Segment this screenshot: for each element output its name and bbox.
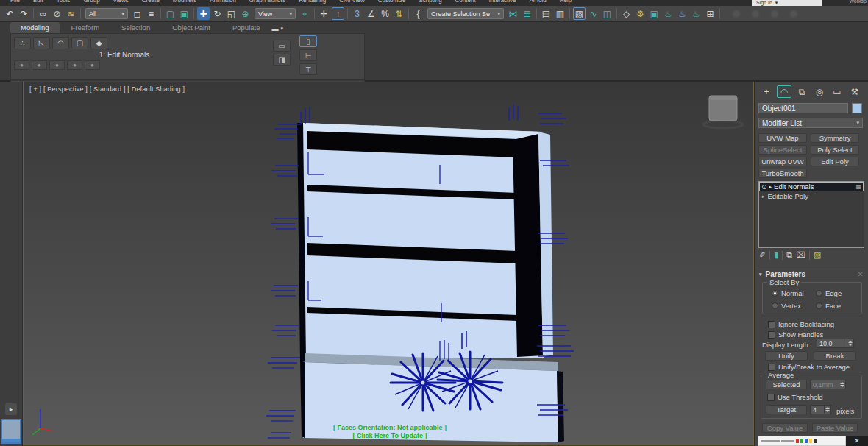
target-button[interactable]: Target: [766, 405, 807, 414]
tab-object-paint[interactable]: Object Paint: [162, 22, 221, 33]
radio-vertex[interactable]: Vertex: [772, 302, 801, 310]
unify-button[interactable]: Unify: [765, 351, 808, 361]
utilities-tab-icon[interactable]: ⚒: [847, 85, 862, 98]
menu-interactive[interactable]: Interactive: [489, 0, 516, 4]
select-and-place-icon[interactable]: ⊕: [239, 7, 252, 20]
expand-arrow-icon[interactable]: ▸: [769, 184, 772, 190]
pm-panel-toggle-icon[interactable]: ▯: [299, 35, 317, 47]
sign-in-button[interactable]: Sign In▾: [752, 0, 822, 6]
render-online-icon[interactable]: ♨: [690, 7, 702, 20]
pm-tool-2-icon[interactable]: ●: [32, 60, 47, 70]
spinner-snap-icon[interactable]: ⇅: [393, 7, 405, 20]
poly-select-button[interactable]: Poly Select: [811, 145, 859, 155]
create-tab-icon[interactable]: +: [759, 85, 774, 98]
spinner-arrows-icon[interactable]: [847, 339, 854, 348]
remove-modifier-icon[interactable]: ⌧: [796, 250, 805, 260]
unwrap-uvw-button[interactable]: Unwrap UVW: [758, 157, 807, 166]
selection-filter-dropdown[interactable]: All▾: [85, 8, 128, 19]
render-grid-icon[interactable]: ⊞: [704, 7, 716, 20]
unify-break-average-checkbox[interactable]: Unify/Break to Average: [768, 363, 850, 371]
turbosmooth-button[interactable]: TurboSmooth: [758, 169, 807, 178]
reference-coordinate-dropdown[interactable]: View▾: [255, 8, 296, 19]
stack-row-edit-normals[interactable]: ⊙ ▸ Edit Normals ▦: [759, 182, 864, 191]
pm-tool-3-icon[interactable]: ●: [49, 60, 65, 70]
pin-stack-icon[interactable]: ✐: [759, 250, 766, 260]
menu-tools[interactable]: Tools: [57, 0, 71, 4]
spinner-arrows-icon[interactable]: [825, 405, 831, 414]
make-unique-icon[interactable]: ⧉: [786, 250, 792, 260]
mirror-icon[interactable]: ⋈: [507, 7, 519, 20]
select-and-link-icon[interactable]: ∞: [37, 7, 49, 20]
pm-preview-2-icon[interactable]: ◨: [273, 54, 291, 66]
pm-pin-icon[interactable]: ⊢: [299, 49, 317, 61]
select-and-move-icon[interactable]: ✚: [197, 7, 210, 20]
select-and-rotate-icon[interactable]: ↻: [211, 7, 224, 20]
redo-icon[interactable]: ↷: [18, 7, 30, 20]
keyboard-shortcut-override-icon[interactable]: ↑: [332, 7, 344, 20]
edit-poly-button[interactable]: Edit Poly: [811, 157, 859, 166]
menu-scripting[interactable]: Scripting: [419, 0, 441, 4]
uvw-map-button[interactable]: UVW Map: [758, 133, 807, 143]
named-selection-sets-dropdown[interactable]: Create Selection Se▾: [427, 8, 504, 19]
display-tab-icon[interactable]: ▭: [830, 85, 844, 98]
align-icon[interactable]: ≣: [521, 7, 533, 20]
use-pivot-point-center-icon[interactable]: ⌖: [299, 7, 311, 20]
menu-edit[interactable]: Edit: [33, 0, 43, 4]
radio-face[interactable]: Face: [816, 302, 841, 310]
bind-to-spacewarp-icon[interactable]: ≋: [65, 7, 77, 20]
object-color-swatch[interactable]: [852, 103, 862, 113]
menu-group[interactable]: Group: [83, 0, 99, 4]
ribbon-display-toggle[interactable]: ▬▾: [271, 22, 283, 33]
parameters-rollout-header[interactable]: ▾ Parameters ✕: [759, 270, 864, 278]
edit-named-selection-sets-icon[interactable]: {: [412, 7, 424, 20]
vertex-subobject-icon[interactable]: ∴: [14, 37, 31, 49]
menu-rendering[interactable]: Rendering: [299, 0, 326, 4]
window-crossing-icon[interactable]: ▣: [178, 7, 191, 20]
expand-arrow-icon[interactable]: ▸: [762, 194, 765, 199]
menu-arnold[interactable]: Arnold: [530, 0, 547, 4]
object-name-field[interactable]: Object001: [758, 103, 848, 113]
toggle-layer-explorer-icon[interactable]: ▥: [554, 7, 566, 20]
menu-file[interactable]: File: [10, 0, 20, 4]
menu-content[interactable]: Content: [455, 0, 476, 4]
display-length-spinner[interactable]: 10,0: [817, 339, 854, 348]
menu-civil-view[interactable]: Civil View: [339, 0, 365, 4]
angle-snap-icon[interactable]: ∠: [365, 7, 377, 20]
toggle-ribbon-icon[interactable]: ▧: [573, 7, 586, 20]
close-notification-button[interactable]: ✕: [846, 436, 868, 446]
radio-edge[interactable]: Edge: [816, 289, 842, 297]
break-button[interactable]: Break: [814, 351, 856, 361]
polygon-subobject-icon[interactable]: ▢: [71, 37, 88, 49]
toggle-scene-explorer-icon[interactable]: ▤: [540, 7, 552, 20]
curve-editor-icon[interactable]: ∿: [587, 7, 600, 20]
workspace-selector[interactable]: Worksp: [849, 0, 867, 4]
dope-sheet-icon[interactable]: ◫: [601, 7, 613, 20]
menu-modifiers[interactable]: Modifiers: [173, 0, 196, 4]
modify-tab-icon[interactable]: ◠: [777, 85, 791, 98]
menu-customize[interactable]: Customize: [378, 0, 406, 4]
element-subobject-icon[interactable]: ◆: [90, 37, 107, 49]
show-handles-checkbox[interactable]: Show Handles: [768, 330, 823, 339]
motion-tab-icon[interactable]: ◎: [812, 85, 827, 98]
select-and-manipulate-icon[interactable]: ✛: [318, 7, 330, 20]
select-and-scale-icon[interactable]: ◱: [225, 7, 238, 20]
tab-freeform[interactable]: Freeform: [61, 22, 110, 33]
show-end-result-icon[interactable]: ▮: [774, 250, 778, 260]
configure-modifier-sets-icon[interactable]: ▨: [814, 250, 821, 260]
schematic-view-icon[interactable]: ◇: [620, 7, 633, 20]
hierarchy-tab-icon[interactable]: ⧉: [794, 85, 809, 98]
hud-update-link[interactable]: [ Click Here To Update ]: [302, 432, 478, 440]
use-threshold-checkbox[interactable]: Use Threshold: [767, 393, 823, 401]
render-production-icon[interactable]: ♨: [662, 7, 675, 20]
visibility-eye-icon[interactable]: ⊙: [761, 183, 767, 191]
pm-tool-4-icon[interactable]: ●: [67, 60, 82, 70]
stack-row-editable-poly[interactable]: ▸ Editable Poly: [759, 191, 864, 201]
tab-populate[interactable]: Populate: [222, 22, 271, 33]
menu-help[interactable]: Help: [560, 0, 572, 4]
radio-normal[interactable]: Normal: [772, 289, 804, 297]
unlink-selection-icon[interactable]: ⊘: [51, 7, 63, 20]
tab-selection[interactable]: Selection: [111, 22, 160, 33]
select-by-name-icon[interactable]: ≡: [145, 7, 157, 20]
strip-expand-arrow[interactable]: ▸: [5, 403, 17, 415]
menu-views[interactable]: Views: [113, 0, 129, 4]
